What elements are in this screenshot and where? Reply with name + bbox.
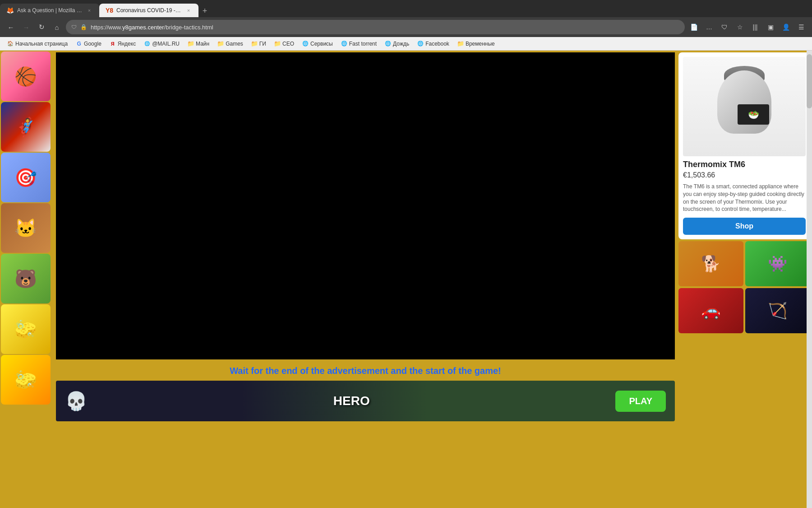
synced-tabs-button[interactable]: ▣ <box>764 21 777 33</box>
temp-folder-icon: 📁 <box>457 41 464 47</box>
game-thumb-1[interactable]: 🏀 <box>1 51 51 101</box>
thumb-7-icon: 🧽 <box>14 369 37 391</box>
bookmark-torrent-label: Fast torrent <box>349 41 377 47</box>
bookmark-main[interactable]: 📁 Майн <box>184 39 213 48</box>
thermomix-body: 🥗 <box>717 70 771 134</box>
bookmark-temp[interactable]: 📁 Временные <box>454 39 498 48</box>
right-thumb-cartoon2[interactable]: 👾 <box>745 241 810 286</box>
game-thumb-2[interactable]: 🦸 <box>1 102 51 152</box>
home-button[interactable]: ⌂ <box>51 21 63 33</box>
monster-icon: 🚗 <box>678 288 743 333</box>
ad-product-price: €1,503.66 <box>683 171 806 179</box>
right-game-grid: 🐕 👾 🚗 🏹 <box>678 241 810 333</box>
dark-icon: 🏹 <box>745 288 810 333</box>
thumb-3-icon: 🎯 <box>14 167 37 188</box>
bookmark-yandex[interactable]: Я Яндекс <box>106 39 139 48</box>
bookmark-home[interactable]: 🏠 Начальная страница <box>4 39 71 48</box>
thumb-1-icon: 🏀 <box>14 66 37 87</box>
ad-product-description: The TM6 is a smart, connected appliance … <box>683 183 806 213</box>
library-button[interactable]: ||| <box>749 21 761 33</box>
bookmark-facebook[interactable]: 🌐 Facebook <box>414 39 453 48</box>
bookmark-google-label: Google <box>84 41 102 47</box>
left-sidebar: 🏀 🦸 🎯 🐱 🐻 🧽 🧽 <box>0 51 54 508</box>
facebook-icon: 🌐 <box>417 41 424 47</box>
game-wait-message: Wait for the end of the advertisement an… <box>230 366 501 376</box>
back-button[interactable]: ← <box>5 21 17 33</box>
rain-icon: 🌐 <box>385 41 391 47</box>
thumb-6-icon: 🧽 <box>14 319 37 340</box>
tab-1-title: Ask a Question | Mozilla Suppo… <box>17 7 82 14</box>
ad-shop-button[interactable]: Shop <box>683 218 806 235</box>
thermomix-screen: 🥗 <box>738 104 769 125</box>
right-sidebar: 🥗 Thermomix TM6 €1,503.66 The TM6 is a s… <box>677 51 812 508</box>
thumb-4-icon: 🐱 <box>14 218 37 239</box>
bookmark-rain-label: Дождь <box>393 41 409 47</box>
tracking-protection-button[interactable]: 🛡 <box>718 21 731 33</box>
more-button[interactable]: … <box>703 21 715 33</box>
bookmark-google[interactable]: G Google <box>72 39 105 48</box>
bookmark-temp-label: Временные <box>466 41 495 47</box>
bookmark-rain[interactable]: 🌐 Дождь <box>381 39 413 48</box>
bookmark-torrent[interactable]: 🌐 Fast torrent <box>337 39 380 48</box>
game-thumb-3[interactable]: 🎯 <box>1 153 51 202</box>
bookmark-main-label: Майн <box>196 41 209 47</box>
ad-product-image: 🥗 <box>683 57 806 156</box>
reader-view-button[interactable]: 📄 <box>687 21 700 33</box>
bookmark-button[interactable]: ☆ <box>734 21 746 33</box>
main-content: 🏀 🦸 🎯 🐱 🐻 🧽 🧽 Wait for the end of the ad… <box>0 51 812 508</box>
right-thumb-monster[interactable]: 🚗 <box>678 288 743 333</box>
screen-food-icon: 🥗 <box>748 109 759 120</box>
bookmark-yandex-label: Яндекс <box>118 41 136 47</box>
bookmarks-bar: 🏠 Начальная страница G Google Я Яндекс 🌐… <box>0 37 812 51</box>
google-icon: G <box>76 41 82 47</box>
thermomix-visual: 🥗 <box>708 66 780 147</box>
game-thumb-4[interactable]: 🐱 <box>1 203 51 253</box>
shield-icon: 🛡 <box>71 24 77 30</box>
bookmark-home-label: Начальная страница <box>15 41 68 47</box>
bookmark-ceo[interactable]: 📁 CEO <box>271 39 298 48</box>
scooby-icon: 🐕 <box>678 241 743 286</box>
address-bar[interactable]: 🛡 🔒 https://www.y8games.center/bridge-ta… <box>66 20 685 34</box>
right-thumb-dark[interactable]: 🏹 <box>745 288 810 333</box>
tab-2-close[interactable]: × <box>185 7 192 14</box>
ad-play-button[interactable]: PLAY <box>615 391 666 412</box>
bookmark-gi[interactable]: 📁 ГИ <box>248 39 270 48</box>
tab-1-close[interactable]: × <box>86 7 93 14</box>
bookmark-games[interactable]: 📁 Games <box>214 39 247 48</box>
bookmark-ceo-label: CEO <box>282 41 294 47</box>
thumb-5-icon: 🐻 <box>14 268 37 289</box>
new-tab-button[interactable]: + <box>198 5 211 17</box>
tab-2-favicon: Y8 <box>106 7 113 14</box>
ad-product-title: Thermomix TM6 <box>683 160 806 169</box>
game-message-bar: Wait for the end of the advertisement an… <box>54 361 677 381</box>
tab-2[interactable]: Y8 Coronavirus COVID-19 - Play F… × <box>99 4 198 17</box>
bookmark-gi-label: ГИ <box>259 41 266 47</box>
bookmark-services-label: Сервисы <box>310 41 333 47</box>
tab-1[interactable]: 🦊 Ask a Question | Mozilla Suppo… × <box>0 4 99 17</box>
bookmark-services[interactable]: 🌐 Сервисы <box>299 39 337 48</box>
banner-ad[interactable]: 💀 HERO PLAY <box>56 381 675 421</box>
main-folder-icon: 📁 <box>188 41 194 47</box>
games-folder-icon: 📁 <box>217 41 224 47</box>
forward-button[interactable]: → <box>20 21 32 33</box>
mailru-icon: 🌐 <box>144 41 150 47</box>
bookmark-mailru-label: @MAIL.RU <box>152 41 180 47</box>
ad-skull-icon: 💀 <box>65 391 88 412</box>
right-thumb-scooby[interactable]: 🐕 <box>678 241 743 286</box>
account-button[interactable]: 👤 <box>780 21 792 33</box>
game-thumb-6[interactable]: 🧽 <box>1 304 51 354</box>
bookmark-mailru[interactable]: 🌐 @MAIL.RU <box>140 39 183 48</box>
bookmark-games-label: Games <box>226 41 243 47</box>
tab-2-title: Coronavirus COVID-19 - Play F… <box>116 7 181 14</box>
reload-button[interactable]: ↻ <box>35 21 48 33</box>
scrollbar[interactable] <box>807 51 812 508</box>
cartoon2-icon: 👾 <box>745 241 810 286</box>
browser-chrome: 🦊 Ask a Question | Mozilla Suppo… × Y8 C… <box>0 0 812 51</box>
game-thumb-5[interactable]: 🐻 <box>1 254 51 303</box>
gi-folder-icon: 📁 <box>251 41 258 47</box>
scrollbar-thumb[interactable] <box>807 54 812 108</box>
ceo-folder-icon: 📁 <box>274 41 281 47</box>
lock-icon: 🔒 <box>80 24 87 30</box>
game-thumb-7[interactable]: 🧽 <box>1 355 51 405</box>
menu-button[interactable]: ☰ <box>795 21 807 33</box>
